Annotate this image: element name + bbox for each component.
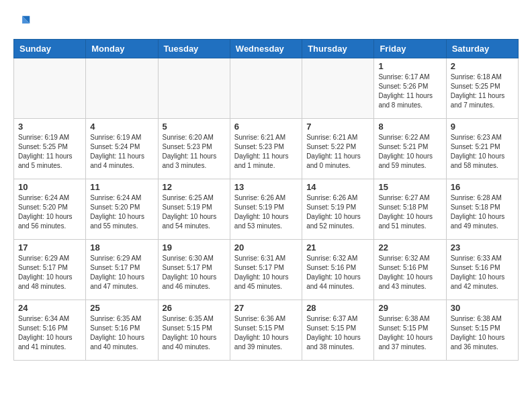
day-cell: 28Sunrise: 6:37 AM Sunset: 5:15 PM Dayli… bbox=[302, 300, 374, 361]
day-cell: 20Sunrise: 6:31 AM Sunset: 5:17 PM Dayli… bbox=[230, 240, 302, 300]
day-info: Sunrise: 6:22 AM Sunset: 5:21 PM Dayligh… bbox=[378, 133, 441, 171]
day-number: 25 bbox=[90, 303, 153, 313]
header bbox=[13, 13, 519, 32]
week-row-1: 1Sunrise: 6:17 AM Sunset: 5:26 PM Daylig… bbox=[14, 58, 519, 119]
day-cell: 8Sunrise: 6:22 AM Sunset: 5:21 PM Daylig… bbox=[374, 119, 446, 179]
day-number: 26 bbox=[163, 303, 226, 313]
day-info: Sunrise: 6:32 AM Sunset: 5:16 PM Dayligh… bbox=[306, 254, 369, 291]
day-info: Sunrise: 6:21 AM Sunset: 5:22 PM Dayligh… bbox=[306, 133, 369, 171]
day-cell: 27Sunrise: 6:36 AM Sunset: 5:15 PM Dayli… bbox=[230, 300, 302, 361]
day-number: 14 bbox=[306, 182, 369, 192]
day-cell: 16Sunrise: 6:28 AM Sunset: 5:18 PM Dayli… bbox=[446, 179, 518, 240]
day-cell: 1Sunrise: 6:17 AM Sunset: 5:26 PM Daylig… bbox=[374, 58, 446, 119]
day-cell bbox=[14, 58, 86, 119]
day-number: 2 bbox=[451, 61, 514, 71]
day-cell: 21Sunrise: 6:32 AM Sunset: 5:16 PM Dayli… bbox=[302, 240, 374, 300]
day-cell: 24Sunrise: 6:34 AM Sunset: 5:16 PM Dayli… bbox=[14, 300, 86, 361]
day-cell bbox=[302, 58, 374, 119]
header-cell-friday: Friday bbox=[374, 40, 446, 58]
day-number: 7 bbox=[306, 122, 369, 132]
day-number: 18 bbox=[90, 242, 153, 253]
day-number: 30 bbox=[451, 303, 514, 313]
logo bbox=[13, 13, 35, 32]
day-number: 17 bbox=[18, 242, 81, 253]
day-cell: 2Sunrise: 6:18 AM Sunset: 5:25 PM Daylig… bbox=[446, 58, 518, 119]
day-cell: 13Sunrise: 6:26 AM Sunset: 5:19 PM Dayli… bbox=[230, 179, 302, 240]
header-cell-monday: Monday bbox=[86, 40, 158, 58]
day-number: 1 bbox=[378, 61, 441, 71]
day-cell bbox=[158, 58, 230, 119]
day-cell: 14Sunrise: 6:26 AM Sunset: 5:19 PM Dayli… bbox=[302, 179, 374, 240]
day-number: 29 bbox=[378, 303, 441, 313]
day-number: 5 bbox=[163, 122, 226, 132]
day-info: Sunrise: 6:38 AM Sunset: 5:15 PM Dayligh… bbox=[378, 314, 441, 352]
calendar-body: 1Sunrise: 6:17 AM Sunset: 5:26 PM Daylig… bbox=[14, 58, 519, 361]
header-cell-tuesday: Tuesday bbox=[158, 40, 230, 58]
day-number: 22 bbox=[378, 242, 441, 253]
day-cell bbox=[230, 58, 302, 119]
day-cell: 29Sunrise: 6:38 AM Sunset: 5:15 PM Dayli… bbox=[374, 300, 446, 361]
day-info: Sunrise: 6:35 AM Sunset: 5:15 PM Dayligh… bbox=[163, 314, 226, 352]
day-cell: 22Sunrise: 6:32 AM Sunset: 5:16 PM Dayli… bbox=[374, 240, 446, 300]
day-number: 6 bbox=[234, 122, 298, 132]
day-cell: 19Sunrise: 6:30 AM Sunset: 5:17 PM Dayli… bbox=[158, 240, 230, 300]
day-cell: 3Sunrise: 6:19 AM Sunset: 5:25 PM Daylig… bbox=[14, 119, 86, 179]
week-row-2: 3Sunrise: 6:19 AM Sunset: 5:25 PM Daylig… bbox=[14, 119, 519, 179]
header-cell-sunday: Sunday bbox=[14, 40, 86, 58]
day-number: 19 bbox=[163, 242, 226, 253]
header-row: SundayMondayTuesdayWednesdayThursdayFrid… bbox=[14, 40, 519, 58]
day-cell: 9Sunrise: 6:23 AM Sunset: 5:21 PM Daylig… bbox=[446, 119, 518, 179]
day-info: Sunrise: 6:19 AM Sunset: 5:24 PM Dayligh… bbox=[90, 133, 153, 171]
day-info: Sunrise: 6:26 AM Sunset: 5:19 PM Dayligh… bbox=[234, 193, 298, 231]
day-cell: 17Sunrise: 6:29 AM Sunset: 5:17 PM Dayli… bbox=[14, 240, 86, 300]
day-cell: 25Sunrise: 6:35 AM Sunset: 5:16 PM Dayli… bbox=[86, 300, 158, 361]
day-info: Sunrise: 6:35 AM Sunset: 5:16 PM Dayligh… bbox=[90, 314, 153, 352]
day-cell: 6Sunrise: 6:21 AM Sunset: 5:23 PM Daylig… bbox=[230, 119, 302, 179]
calendar-table: SundayMondayTuesdayWednesdayThursdayFrid… bbox=[13, 39, 519, 361]
day-number: 11 bbox=[90, 182, 153, 192]
day-info: Sunrise: 6:29 AM Sunset: 5:17 PM Dayligh… bbox=[90, 254, 153, 291]
day-cell: 12Sunrise: 6:25 AM Sunset: 5:19 PM Dayli… bbox=[158, 179, 230, 240]
day-cell: 10Sunrise: 6:24 AM Sunset: 5:20 PM Dayli… bbox=[14, 179, 86, 240]
day-number: 20 bbox=[234, 242, 298, 253]
day-info: Sunrise: 6:25 AM Sunset: 5:19 PM Dayligh… bbox=[163, 193, 226, 231]
day-info: Sunrise: 6:18 AM Sunset: 5:25 PM Dayligh… bbox=[451, 73, 514, 110]
day-number: 15 bbox=[378, 182, 441, 192]
day-cell: 18Sunrise: 6:29 AM Sunset: 5:17 PM Dayli… bbox=[86, 240, 158, 300]
day-info: Sunrise: 6:26 AM Sunset: 5:19 PM Dayligh… bbox=[306, 193, 369, 231]
header-cell-saturday: Saturday bbox=[446, 40, 518, 58]
calendar-header: SundayMondayTuesdayWednesdayThursdayFrid… bbox=[14, 40, 519, 58]
day-info: Sunrise: 6:33 AM Sunset: 5:16 PM Dayligh… bbox=[451, 254, 514, 291]
day-cell: 26Sunrise: 6:35 AM Sunset: 5:15 PM Dayli… bbox=[158, 300, 230, 361]
week-row-4: 17Sunrise: 6:29 AM Sunset: 5:17 PM Dayli… bbox=[14, 240, 519, 300]
day-info: Sunrise: 6:37 AM Sunset: 5:15 PM Dayligh… bbox=[306, 314, 369, 352]
day-info: Sunrise: 6:30 AM Sunset: 5:17 PM Dayligh… bbox=[163, 254, 226, 291]
day-number: 13 bbox=[234, 182, 298, 192]
day-info: Sunrise: 6:20 AM Sunset: 5:23 PM Dayligh… bbox=[163, 133, 226, 171]
day-info: Sunrise: 6:17 AM Sunset: 5:26 PM Dayligh… bbox=[378, 73, 441, 110]
day-info: Sunrise: 6:27 AM Sunset: 5:18 PM Dayligh… bbox=[378, 193, 441, 231]
day-number: 21 bbox=[306, 242, 369, 253]
day-number: 27 bbox=[234, 303, 298, 313]
day-info: Sunrise: 6:23 AM Sunset: 5:21 PM Dayligh… bbox=[451, 133, 514, 171]
day-cell: 23Sunrise: 6:33 AM Sunset: 5:16 PM Dayli… bbox=[446, 240, 518, 300]
day-info: Sunrise: 6:34 AM Sunset: 5:16 PM Dayligh… bbox=[18, 314, 81, 352]
day-info: Sunrise: 6:24 AM Sunset: 5:20 PM Dayligh… bbox=[90, 193, 153, 231]
day-number: 23 bbox=[451, 242, 514, 253]
day-cell: 5Sunrise: 6:20 AM Sunset: 5:23 PM Daylig… bbox=[158, 119, 230, 179]
day-number: 16 bbox=[451, 182, 514, 192]
day-number: 3 bbox=[18, 122, 81, 132]
day-info: Sunrise: 6:21 AM Sunset: 5:23 PM Dayligh… bbox=[234, 133, 298, 171]
day-number: 8 bbox=[378, 122, 441, 132]
day-number: 10 bbox=[18, 182, 81, 192]
logo-icon bbox=[13, 13, 32, 32]
day-number: 4 bbox=[90, 122, 153, 132]
day-cell: 11Sunrise: 6:24 AM Sunset: 5:20 PM Dayli… bbox=[86, 179, 158, 240]
day-info: Sunrise: 6:32 AM Sunset: 5:16 PM Dayligh… bbox=[378, 254, 441, 291]
week-row-3: 10Sunrise: 6:24 AM Sunset: 5:20 PM Dayli… bbox=[14, 179, 519, 240]
header-cell-wednesday: Wednesday bbox=[230, 40, 302, 58]
day-number: 12 bbox=[163, 182, 226, 192]
day-cell: 7Sunrise: 6:21 AM Sunset: 5:22 PM Daylig… bbox=[302, 119, 374, 179]
day-info: Sunrise: 6:36 AM Sunset: 5:15 PM Dayligh… bbox=[234, 314, 298, 352]
day-cell: 30Sunrise: 6:38 AM Sunset: 5:15 PM Dayli… bbox=[446, 300, 518, 361]
